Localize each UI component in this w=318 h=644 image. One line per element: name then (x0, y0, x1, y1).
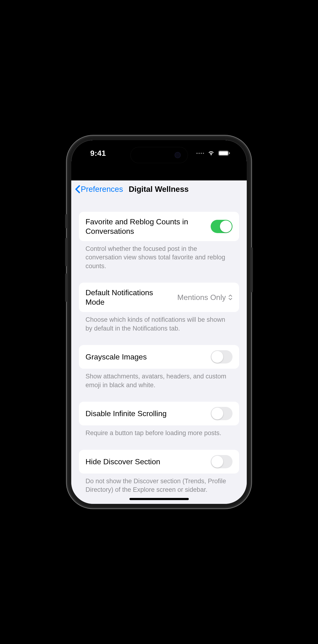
toggle-fav-reblog[interactable] (211, 220, 233, 233)
content: Favorite and Reblog Counts in Conversati… (71, 198, 247, 494)
section-notif-mode: Default Notifications Mode Mentions Only… (79, 283, 239, 333)
power-button (251, 247, 253, 292)
chevron-left-icon (75, 185, 80, 194)
picker-value: Mentions Only (177, 293, 233, 302)
toggle-knob (211, 456, 223, 468)
row-title: Favorite and Reblog Counts in Conversati… (85, 217, 206, 236)
row-title: Hide Discover Section (85, 457, 206, 466)
row-footer: Show attachments, avatars, headers, and … (79, 369, 239, 389)
row-notif-mode[interactable]: Default Notifications Mode Mentions Only (79, 283, 239, 312)
section-grayscale: Grayscale Images Show attachments, avata… (79, 345, 239, 389)
home-indicator[interactable] (129, 498, 189, 500)
section-fav-reblog: Favorite and Reblog Counts in Conversati… (79, 212, 239, 270)
row-infinite: Disable Infinite Scrolling (79, 402, 239, 426)
toggle-infinite[interactable] (211, 407, 233, 420)
toggle-knob (211, 408, 223, 420)
front-camera-icon (175, 152, 181, 158)
picker-value-label: Mentions Only (177, 293, 226, 302)
row-title: Default Notifications Mode (85, 288, 173, 307)
volume-down-button (65, 274, 67, 302)
row-grayscale: Grayscale Images (79, 345, 239, 369)
status-icons (196, 150, 230, 156)
section-infinite: Disable Infinite Scrolling Require a but… (79, 402, 239, 437)
toggle-discover[interactable] (211, 455, 233, 468)
silent-switch (65, 214, 67, 228)
row-footer: Choose which kinds of notifications will… (79, 312, 239, 333)
settings-modal: Preferences Digital Wellness Favorite an… (71, 180, 247, 504)
section-discover: Hide Discover Section Do not show the Di… (79, 450, 239, 494)
toggle-knob (220, 220, 232, 232)
page-title: Digital Wellness (129, 185, 189, 194)
back-button[interactable]: Preferences (75, 185, 123, 194)
volume-up-button (65, 238, 67, 266)
svg-rect-1 (219, 151, 228, 155)
chevron-up-down-icon (228, 294, 233, 301)
back-label: Preferences (81, 185, 123, 194)
row-footer: Require a button tap before loading more… (79, 426, 239, 437)
row-title: Grayscale Images (85, 352, 206, 362)
screen: 9:41 Pref (71, 140, 247, 504)
row-discover: Hide Discover Section (79, 450, 239, 474)
row-fav-reblog: Favorite and Reblog Counts in Conversati… (79, 212, 239, 241)
wifi-icon (207, 150, 215, 156)
cellular-dots-icon (196, 153, 204, 154)
nav-bar: Preferences Digital Wellness (71, 180, 247, 198)
row-title: Disable Infinite Scrolling (85, 409, 206, 418)
toggle-knob (211, 351, 223, 363)
phone-frame: 9:41 Pref (67, 136, 251, 508)
toggle-grayscale[interactable] (211, 350, 233, 364)
row-footer: Do not show the Discover section (Trends… (79, 474, 239, 494)
battery-icon (218, 150, 230, 156)
row-footer: Control whether the focused post in the … (79, 241, 239, 270)
status-time: 9:41 (90, 149, 106, 158)
svg-rect-2 (229, 152, 230, 154)
